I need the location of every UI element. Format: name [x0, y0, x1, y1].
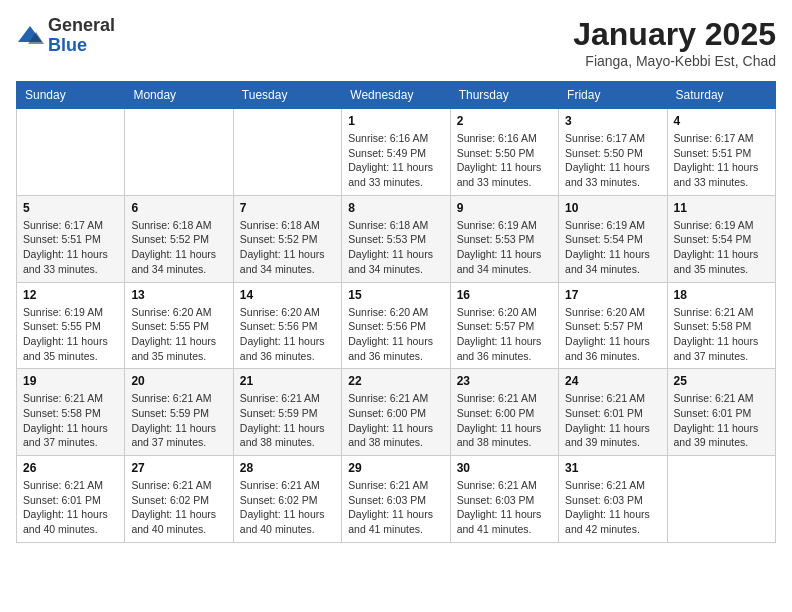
calendar-cell: 23Sunrise: 6:21 AMSunset: 6:00 PMDayligh…	[450, 369, 558, 456]
day-number: 10	[565, 201, 660, 215]
calendar-cell: 17Sunrise: 6:20 AMSunset: 5:57 PMDayligh…	[559, 282, 667, 369]
day-number: 25	[674, 374, 769, 388]
day-info: Sunrise: 6:17 AMSunset: 5:50 PMDaylight:…	[565, 131, 660, 190]
calendar-cell: 24Sunrise: 6:21 AMSunset: 6:01 PMDayligh…	[559, 369, 667, 456]
calendar-cell: 5Sunrise: 6:17 AMSunset: 5:51 PMDaylight…	[17, 195, 125, 282]
day-number: 11	[674, 201, 769, 215]
day-number: 27	[131, 461, 226, 475]
weekday-header: Monday	[125, 82, 233, 109]
day-number: 1	[348, 114, 443, 128]
day-number: 29	[348, 461, 443, 475]
day-info: Sunrise: 6:21 AMSunset: 5:59 PMDaylight:…	[131, 391, 226, 450]
calendar-cell: 1Sunrise: 6:16 AMSunset: 5:49 PMDaylight…	[342, 109, 450, 196]
day-number: 30	[457, 461, 552, 475]
calendar-cell: 21Sunrise: 6:21 AMSunset: 5:59 PMDayligh…	[233, 369, 341, 456]
calendar-cell: 9Sunrise: 6:19 AMSunset: 5:53 PMDaylight…	[450, 195, 558, 282]
day-info: Sunrise: 6:18 AMSunset: 5:53 PMDaylight:…	[348, 218, 443, 277]
day-number: 5	[23, 201, 118, 215]
day-number: 20	[131, 374, 226, 388]
day-info: Sunrise: 6:21 AMSunset: 5:59 PMDaylight:…	[240, 391, 335, 450]
calendar-cell: 10Sunrise: 6:19 AMSunset: 5:54 PMDayligh…	[559, 195, 667, 282]
day-info: Sunrise: 6:21 AMSunset: 6:03 PMDaylight:…	[565, 478, 660, 537]
day-info: Sunrise: 6:20 AMSunset: 5:57 PMDaylight:…	[565, 305, 660, 364]
calendar-cell: 7Sunrise: 6:18 AMSunset: 5:52 PMDaylight…	[233, 195, 341, 282]
day-number: 3	[565, 114, 660, 128]
calendar-cell: 3Sunrise: 6:17 AMSunset: 5:50 PMDaylight…	[559, 109, 667, 196]
day-info: Sunrise: 6:20 AMSunset: 5:57 PMDaylight:…	[457, 305, 552, 364]
day-number: 17	[565, 288, 660, 302]
calendar-cell: 15Sunrise: 6:20 AMSunset: 5:56 PMDayligh…	[342, 282, 450, 369]
day-info: Sunrise: 6:16 AMSunset: 5:49 PMDaylight:…	[348, 131, 443, 190]
calendar-cell: 19Sunrise: 6:21 AMSunset: 5:58 PMDayligh…	[17, 369, 125, 456]
day-info: Sunrise: 6:20 AMSunset: 5:55 PMDaylight:…	[131, 305, 226, 364]
month-title: January 2025	[573, 16, 776, 53]
calendar-cell	[233, 109, 341, 196]
calendar-cell	[125, 109, 233, 196]
day-number: 4	[674, 114, 769, 128]
weekday-header: Friday	[559, 82, 667, 109]
day-number: 19	[23, 374, 118, 388]
day-info: Sunrise: 6:19 AMSunset: 5:54 PMDaylight:…	[674, 218, 769, 277]
day-number: 2	[457, 114, 552, 128]
calendar-cell: 30Sunrise: 6:21 AMSunset: 6:03 PMDayligh…	[450, 456, 558, 543]
title-block: January 2025 Fianga, Mayo-Kebbi Est, Cha…	[573, 16, 776, 69]
day-number: 14	[240, 288, 335, 302]
day-number: 13	[131, 288, 226, 302]
day-info: Sunrise: 6:20 AMSunset: 5:56 PMDaylight:…	[240, 305, 335, 364]
day-number: 22	[348, 374, 443, 388]
day-number: 28	[240, 461, 335, 475]
calendar-cell: 18Sunrise: 6:21 AMSunset: 5:58 PMDayligh…	[667, 282, 775, 369]
day-number: 21	[240, 374, 335, 388]
calendar-cell: 6Sunrise: 6:18 AMSunset: 5:52 PMDaylight…	[125, 195, 233, 282]
day-number: 24	[565, 374, 660, 388]
day-info: Sunrise: 6:21 AMSunset: 5:58 PMDaylight:…	[23, 391, 118, 450]
logo-blue: Blue	[48, 35, 87, 55]
day-info: Sunrise: 6:18 AMSunset: 5:52 PMDaylight:…	[240, 218, 335, 277]
calendar-cell: 28Sunrise: 6:21 AMSunset: 6:02 PMDayligh…	[233, 456, 341, 543]
day-info: Sunrise: 6:21 AMSunset: 6:01 PMDaylight:…	[23, 478, 118, 537]
calendar-week-row: 1Sunrise: 6:16 AMSunset: 5:49 PMDaylight…	[17, 109, 776, 196]
calendar-cell: 25Sunrise: 6:21 AMSunset: 6:01 PMDayligh…	[667, 369, 775, 456]
day-number: 6	[131, 201, 226, 215]
day-number: 9	[457, 201, 552, 215]
logo-general: General	[48, 15, 115, 35]
calendar-week-row: 12Sunrise: 6:19 AMSunset: 5:55 PMDayligh…	[17, 282, 776, 369]
weekday-header: Tuesday	[233, 82, 341, 109]
day-info: Sunrise: 6:19 AMSunset: 5:54 PMDaylight:…	[565, 218, 660, 277]
day-number: 16	[457, 288, 552, 302]
calendar-cell: 13Sunrise: 6:20 AMSunset: 5:55 PMDayligh…	[125, 282, 233, 369]
calendar-week-row: 26Sunrise: 6:21 AMSunset: 6:01 PMDayligh…	[17, 456, 776, 543]
day-info: Sunrise: 6:19 AMSunset: 5:53 PMDaylight:…	[457, 218, 552, 277]
calendar-cell: 29Sunrise: 6:21 AMSunset: 6:03 PMDayligh…	[342, 456, 450, 543]
calendar-cell: 31Sunrise: 6:21 AMSunset: 6:03 PMDayligh…	[559, 456, 667, 543]
calendar-cell: 16Sunrise: 6:20 AMSunset: 5:57 PMDayligh…	[450, 282, 558, 369]
weekday-header-row: SundayMondayTuesdayWednesdayThursdayFrid…	[17, 82, 776, 109]
weekday-header: Sunday	[17, 82, 125, 109]
day-number: 23	[457, 374, 552, 388]
calendar-table: SundayMondayTuesdayWednesdayThursdayFrid…	[16, 81, 776, 543]
calendar-cell	[667, 456, 775, 543]
calendar-cell: 11Sunrise: 6:19 AMSunset: 5:54 PMDayligh…	[667, 195, 775, 282]
day-info: Sunrise: 6:21 AMSunset: 6:00 PMDaylight:…	[348, 391, 443, 450]
day-number: 7	[240, 201, 335, 215]
day-number: 31	[565, 461, 660, 475]
calendar-cell: 8Sunrise: 6:18 AMSunset: 5:53 PMDaylight…	[342, 195, 450, 282]
calendar-week-row: 19Sunrise: 6:21 AMSunset: 5:58 PMDayligh…	[17, 369, 776, 456]
day-info: Sunrise: 6:21 AMSunset: 6:02 PMDaylight:…	[240, 478, 335, 537]
day-info: Sunrise: 6:21 AMSunset: 6:01 PMDaylight:…	[565, 391, 660, 450]
calendar-cell: 26Sunrise: 6:21 AMSunset: 6:01 PMDayligh…	[17, 456, 125, 543]
day-info: Sunrise: 6:17 AMSunset: 5:51 PMDaylight:…	[23, 218, 118, 277]
calendar-cell: 4Sunrise: 6:17 AMSunset: 5:51 PMDaylight…	[667, 109, 775, 196]
day-number: 26	[23, 461, 118, 475]
calendar-cell: 27Sunrise: 6:21 AMSunset: 6:02 PMDayligh…	[125, 456, 233, 543]
calendar-cell: 22Sunrise: 6:21 AMSunset: 6:00 PMDayligh…	[342, 369, 450, 456]
day-info: Sunrise: 6:21 AMSunset: 5:58 PMDaylight:…	[674, 305, 769, 364]
day-info: Sunrise: 6:18 AMSunset: 5:52 PMDaylight:…	[131, 218, 226, 277]
day-info: Sunrise: 6:21 AMSunset: 6:03 PMDaylight:…	[348, 478, 443, 537]
calendar-cell	[17, 109, 125, 196]
weekday-header: Wednesday	[342, 82, 450, 109]
weekday-header: Thursday	[450, 82, 558, 109]
day-info: Sunrise: 6:20 AMSunset: 5:56 PMDaylight:…	[348, 305, 443, 364]
day-info: Sunrise: 6:17 AMSunset: 5:51 PMDaylight:…	[674, 131, 769, 190]
day-number: 8	[348, 201, 443, 215]
